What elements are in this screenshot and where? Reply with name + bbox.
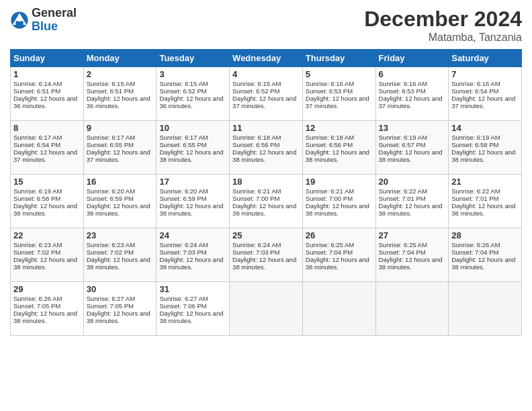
sunrise: Sunrise: 6:25 AM <box>379 241 427 248</box>
calendar-cell: 28 Sunrise: 6:26 AM Sunset: 7:04 PM Dayl… <box>449 228 522 282</box>
calendar-cell: 27 Sunrise: 6:25 AM Sunset: 7:04 PM Dayl… <box>375 228 449 282</box>
calendar-table: Sunday Monday Tuesday Wednesday Thursday… <box>10 49 522 336</box>
day-number: 9 <box>87 123 154 133</box>
sunset: Sunset: 6:55 PM <box>159 141 206 148</box>
calendar-cell: 25 Sunrise: 6:24 AM Sunset: 7:03 PM Dayl… <box>230 228 303 282</box>
day-number: 25 <box>232 230 300 240</box>
title-section: December 2024 Matamba, Tanzania <box>364 7 522 44</box>
calendar-cell: 6 Sunrise: 6:16 AM Sunset: 6:53 PM Dayli… <box>375 67 449 121</box>
day-number: 29 <box>13 284 81 294</box>
sunset: Sunset: 6:52 PM <box>159 87 206 95</box>
sunrise: Sunrise: 6:26 AM <box>13 295 62 302</box>
calendar-cell: 9 Sunrise: 6:17 AM Sunset: 6:55 PM Dayli… <box>83 121 157 175</box>
day-number: 6 <box>379 69 446 79</box>
calendar-week-2: 8 Sunrise: 6:17 AM Sunset: 6:54 PM Dayli… <box>11 121 522 175</box>
sunset: Sunset: 6:52 PM <box>232 87 279 95</box>
day-number: 27 <box>379 230 446 240</box>
col-sunday: Sunday <box>11 50 84 67</box>
logo-blue: Blue <box>32 20 77 34</box>
sunrise: Sunrise: 6:25 AM <box>306 241 354 248</box>
daylight: Daylight: 12 hours and 38 minutes. <box>306 202 369 217</box>
calendar-cell: 10 Sunrise: 6:17 AM Sunset: 6:55 PM Dayl… <box>157 121 230 175</box>
calendar-cell: 24 Sunrise: 6:24 AM Sunset: 7:03 PM Dayl… <box>157 228 230 282</box>
sunset: Sunset: 6:57 PM <box>379 141 426 148</box>
header-row: Sunday Monday Tuesday Wednesday Thursday… <box>11 50 522 67</box>
month-title: December 2024 <box>364 7 522 32</box>
day-number: 18 <box>232 177 300 187</box>
daylight: Daylight: 12 hours and 38 minutes. <box>306 148 369 163</box>
daylight: Daylight: 12 hours and 36 minutes. <box>13 95 77 109</box>
daylight: Daylight: 12 hours and 38 minutes. <box>87 310 150 324</box>
sunset: Sunset: 6:58 PM <box>13 195 60 202</box>
calendar-cell: 18 Sunrise: 6:21 AM Sunset: 7:00 PM Dayl… <box>230 175 303 228</box>
daylight: Daylight: 12 hours and 38 minutes. <box>87 256 150 271</box>
sunrise: Sunrise: 6:19 AM <box>13 187 62 195</box>
sunrise: Sunrise: 6:22 AM <box>379 187 427 195</box>
sunrise: Sunrise: 6:15 AM <box>159 80 208 87</box>
sunset: Sunset: 6:53 PM <box>306 87 353 95</box>
day-number: 23 <box>87 230 154 240</box>
calendar-cell: 3 Sunrise: 6:15 AM Sunset: 6:52 PM Dayli… <box>157 67 230 121</box>
sunrise: Sunrise: 6:27 AM <box>159 295 208 302</box>
sunrise: Sunrise: 6:27 AM <box>87 295 135 302</box>
sunrise: Sunrise: 6:17 AM <box>13 134 62 141</box>
calendar-cell: 22 Sunrise: 6:23 AM Sunset: 7:02 PM Dayl… <box>11 228 84 282</box>
sunrise: Sunrise: 6:20 AM <box>87 187 135 195</box>
page-header: General Blue December 2024 Matamba, Tanz… <box>10 7 522 44</box>
sunset: Sunset: 6:55 PM <box>87 141 134 148</box>
calendar-cell <box>302 282 375 336</box>
day-number: 5 <box>306 69 373 79</box>
calendar-week-5: 29 Sunrise: 6:26 AM Sunset: 7:05 PM Dayl… <box>11 282 522 336</box>
calendar-cell: 11 Sunrise: 6:18 AM Sunset: 6:56 PM Dayl… <box>230 121 303 175</box>
sunrise: Sunrise: 6:16 AM <box>306 80 354 87</box>
daylight: Daylight: 12 hours and 38 minutes. <box>159 256 223 271</box>
sunset: Sunset: 6:59 PM <box>87 195 134 202</box>
sunset: Sunset: 7:02 PM <box>87 248 134 256</box>
calendar-cell: 7 Sunrise: 6:16 AM Sunset: 6:54 PM Dayli… <box>449 67 522 121</box>
daylight: Daylight: 12 hours and 38 minutes. <box>13 256 77 271</box>
daylight: Daylight: 12 hours and 38 minutes. <box>379 256 443 271</box>
sunset: Sunset: 7:03 PM <box>232 248 279 256</box>
day-number: 11 <box>232 123 300 133</box>
sunrise: Sunrise: 6:24 AM <box>232 241 281 248</box>
day-number: 26 <box>306 230 373 240</box>
daylight: Daylight: 12 hours and 38 minutes. <box>232 148 296 163</box>
daylight: Daylight: 12 hours and 36 minutes. <box>159 95 223 109</box>
day-number: 28 <box>451 230 519 240</box>
page-container: General Blue December 2024 Matamba, Tanz… <box>0 0 532 342</box>
sunset: Sunset: 7:05 PM <box>13 302 60 310</box>
sunset: Sunset: 7:00 PM <box>232 195 279 202</box>
calendar-cell: 21 Sunrise: 6:22 AM Sunset: 7:01 PM Dayl… <box>449 175 522 228</box>
day-number: 20 <box>379 177 446 187</box>
calendar-cell: 16 Sunrise: 6:20 AM Sunset: 6:59 PM Dayl… <box>83 175 157 228</box>
daylight: Daylight: 12 hours and 37 minutes. <box>306 95 369 109</box>
sunrise: Sunrise: 6:19 AM <box>379 134 427 141</box>
sunset: Sunset: 7:05 PM <box>87 302 134 310</box>
day-number: 15 <box>13 177 81 187</box>
sunrise: Sunrise: 6:14 AM <box>13 80 62 87</box>
calendar-week-4: 22 Sunrise: 6:23 AM Sunset: 7:02 PM Dayl… <box>11 228 522 282</box>
daylight: Daylight: 12 hours and 38 minutes. <box>451 148 515 163</box>
sunrise: Sunrise: 6:21 AM <box>232 187 281 195</box>
col-wednesday: Wednesday <box>230 50 303 67</box>
calendar-cell: 5 Sunrise: 6:16 AM Sunset: 6:53 PM Dayli… <box>302 67 375 121</box>
calendar-cell: 8 Sunrise: 6:17 AM Sunset: 6:54 PM Dayli… <box>11 121 84 175</box>
sunset: Sunset: 7:01 PM <box>379 195 426 202</box>
sunrise: Sunrise: 6:22 AM <box>451 187 500 195</box>
sunset: Sunset: 6:51 PM <box>13 87 60 95</box>
calendar-cell: 4 Sunrise: 6:15 AM Sunset: 6:52 PM Dayli… <box>230 67 303 121</box>
calendar-cell: 20 Sunrise: 6:22 AM Sunset: 7:01 PM Dayl… <box>375 175 449 228</box>
day-number: 12 <box>306 123 373 133</box>
day-number: 2 <box>87 69 154 79</box>
logo-general: General <box>32 7 77 20</box>
sunrise: Sunrise: 6:16 AM <box>451 80 500 87</box>
daylight: Daylight: 12 hours and 37 minutes. <box>13 148 77 163</box>
sunrise: Sunrise: 6:24 AM <box>159 241 208 248</box>
daylight: Daylight: 12 hours and 38 minutes. <box>379 148 443 163</box>
calendar-cell: 12 Sunrise: 6:18 AM Sunset: 6:56 PM Dayl… <box>302 121 375 175</box>
calendar-cell: 2 Sunrise: 6:15 AM Sunset: 6:51 PM Dayli… <box>83 67 157 121</box>
calendar-cell: 1 Sunrise: 6:14 AM Sunset: 6:51 PM Dayli… <box>11 67 84 121</box>
calendar-cell: 13 Sunrise: 6:19 AM Sunset: 6:57 PM Dayl… <box>375 121 449 175</box>
col-monday: Monday <box>83 50 157 67</box>
daylight: Daylight: 12 hours and 37 minutes. <box>232 95 296 109</box>
